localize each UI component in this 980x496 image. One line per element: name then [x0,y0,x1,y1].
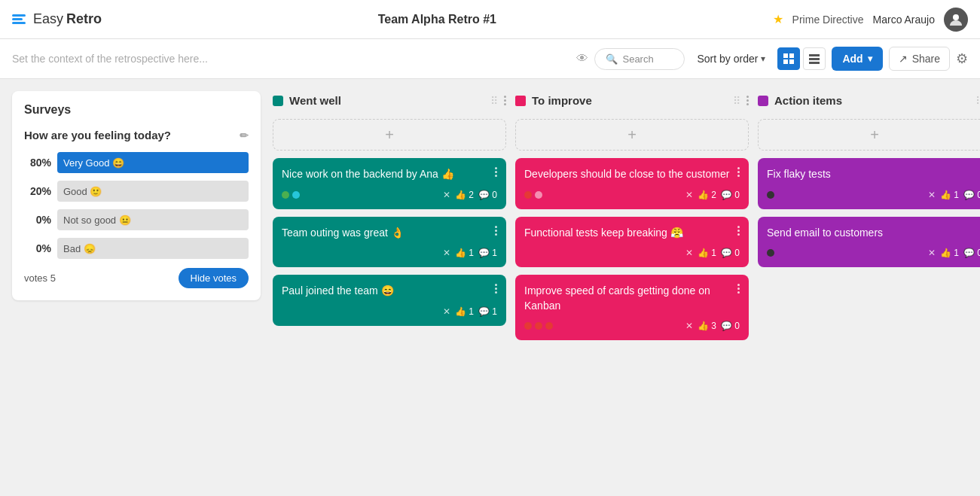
column-title-action-items: Action items [774,94,969,107]
header-right: ★ Prime Directive Marco Araujo [773,8,968,32]
card-footer-improve-speed: ✕ 👍 3 💬 0 [524,321,740,331]
card-improve-speed: Improve speed of cards getting done on K… [515,275,749,340]
chevron-down-icon: ▾ [761,53,765,64]
card-like-button[interactable]: 👍 1 [940,190,959,200]
avatar[interactable] [944,8,968,32]
survey-item-very-good: 80% Very Good 😄 [24,152,249,173]
star-icon[interactable]: ★ [773,12,783,26]
very-good-pct: 80% [24,157,51,169]
list-view-button[interactable] [803,47,826,70]
card-dots-improve-speed [524,322,553,330]
card-close-icon[interactable]: ✕ [685,248,693,258]
column-header-action-items: Action items ⠿ [758,91,980,110]
search-box[interactable]: 🔍 Search [594,48,685,70]
search-icon: 🔍 [606,53,618,65]
survey-item-bad: 0% Bad 😞 [24,238,249,259]
card-text-team-outing: Team outing was great 👌 [282,226,497,241]
card-like-button[interactable]: 👍 2 [698,190,716,200]
card-comment-button[interactable]: 💬 0 [721,190,740,200]
eye-icon[interactable]: 👁 [576,52,588,65]
card-footer-functional-tests: ✕ 👍 1 💬 0 [524,248,740,258]
card-footer-developers-close: ✕ 👍 2 💬 0 [524,190,740,200]
card-close-icon[interactable]: ✕ [928,248,936,258]
card-actions-team-outing: ✕ 👍 1 💬 1 [443,248,497,258]
svg-rect-7 [809,62,820,64]
card-menu-paul-joined[interactable] [493,282,499,295]
prime-directive-link[interactable]: Prime Directive [792,14,864,26]
card-close-icon[interactable]: ✕ [685,321,693,331]
view-icons [777,47,826,70]
drag-handle-to-improve[interactable]: ⠿ [733,95,740,107]
card-like-button[interactable]: 👍 1 [455,306,474,317]
card-comment-button[interactable]: 💬 0 [721,321,740,331]
page-title: Team Alpha Retro #1 [378,13,496,26]
card-dots-nice-work [282,191,300,199]
votes-label: votes [24,272,47,284]
svg-rect-1 [783,53,788,58]
card-text-nice-work: Nice work on the backend by Ana 👍 [282,167,497,182]
column-menu-went-well[interactable] [504,96,506,105]
sort-button[interactable]: Sort by order ▾ [691,48,771,69]
card-dot-2 [535,322,542,330]
card-comment-button[interactable]: 💬 0 [963,248,980,258]
logo-retro-text: Retro [66,11,102,27]
edit-icon[interactable]: ✏ [240,129,249,141]
settings-icon[interactable]: ⚙ [956,50,968,67]
card-close-icon[interactable]: ✕ [685,190,693,200]
surveys-title: Surveys [24,103,249,117]
card-menu-developers-close[interactable] [736,166,741,178]
card-like-button[interactable]: 👍 2 [455,190,474,200]
add-card-went-well[interactable]: + [273,119,506,151]
card-like-button[interactable]: 👍 3 [698,321,716,331]
card-actions-improve-speed: ✕ 👍 3 💬 0 [685,321,740,331]
logo: EasyRetro [12,11,102,27]
card-menu-functional-tests[interactable] [736,224,741,237]
card-text-functional-tests: Functional tests keep breaking 😤 [524,226,740,241]
svg-rect-4 [789,59,794,64]
card-menu-team-outing[interactable] [493,224,499,237]
card-dot-1 [767,191,774,199]
add-button[interactable]: Add ▾ [832,47,882,71]
header: EasyRetro Team Alpha Retro #1 ★ Prime Di… [0,0,980,39]
board: Surveys How are you feeling today? ✏ 80%… [0,79,980,496]
svg-rect-6 [809,58,820,60]
context-text[interactable]: Set the context of the retrospective her… [12,53,570,65]
column-went-well: Went well ⠿ + Nice work on the backend b… [273,91,506,484]
card-close-icon[interactable]: ✕ [443,306,450,317]
card-fix-flaky: Fix flaky tests ✕ 👍 1 💬 0 [758,158,980,209]
logo-line-3 [12,22,26,24]
card-comment-button[interactable]: 💬 0 [963,190,980,200]
column-menu-to-improve[interactable] [746,96,749,105]
card-menu-nice-work[interactable] [493,166,499,178]
card-close-icon[interactable]: ✕ [443,190,450,200]
card-text-fix-flaky: Fix flaky tests [767,167,980,182]
card-comment-button[interactable]: 💬 1 [478,248,497,258]
card-like-button[interactable]: 👍 1 [698,248,716,258]
grid-view-button[interactable] [777,47,800,70]
card-like-button[interactable]: 👍 1 [940,248,959,258]
svg-rect-3 [783,59,788,64]
card-actions-fix-flaky: ✕ 👍 1 💬 0 [928,190,980,200]
card-dots-send-email [767,249,774,257]
card-text-improve-speed: Improve speed of cards getting done on K… [524,284,740,313]
share-icon: ↗ [899,53,908,65]
share-label: Share [912,53,940,65]
add-card-to-improve[interactable]: + [515,119,749,151]
bad-label: Bad 😞 [63,243,96,254]
card-comment-button[interactable]: 💬 0 [721,248,740,258]
drag-handle-action-items[interactable]: ⠿ [975,95,980,107]
card-close-icon[interactable]: ✕ [928,190,936,200]
card-comment-button[interactable]: 💬 1 [478,306,497,317]
card-menu-improve-speed[interactable] [736,282,741,295]
add-chevron-icon: ▾ [868,53,872,64]
survey-question: How are you feeling today? ✏ [24,129,249,141]
card-footer-team-outing: ✕ 👍 1 💬 1 [282,248,497,258]
card-close-icon[interactable]: ✕ [443,248,450,258]
share-button[interactable]: ↗ Share [889,47,950,71]
hide-votes-button[interactable]: Hide votes [179,268,249,288]
add-card-action-items[interactable]: + [758,119,980,151]
toolbar: Set the context of the retrospective her… [0,39,980,79]
card-comment-button[interactable]: 💬 0 [478,190,497,200]
card-like-button[interactable]: 👍 1 [455,248,474,258]
drag-handle-went-well[interactable]: ⠿ [490,95,498,107]
